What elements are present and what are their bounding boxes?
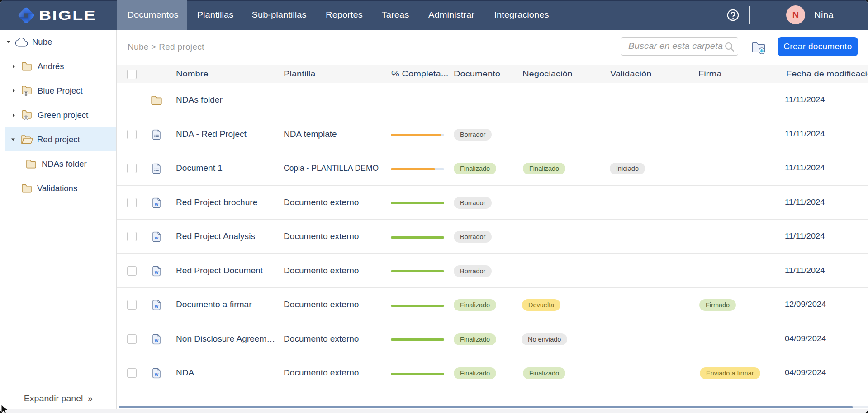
svg-text:w: w — [154, 337, 159, 343]
svg-text:w: w — [154, 269, 159, 274]
svg-text:w: w — [154, 235, 159, 240]
svg-text:w: w — [154, 201, 159, 206]
svg-text:w: w — [154, 303, 159, 309]
svg-text:w: w — [154, 371, 159, 377]
